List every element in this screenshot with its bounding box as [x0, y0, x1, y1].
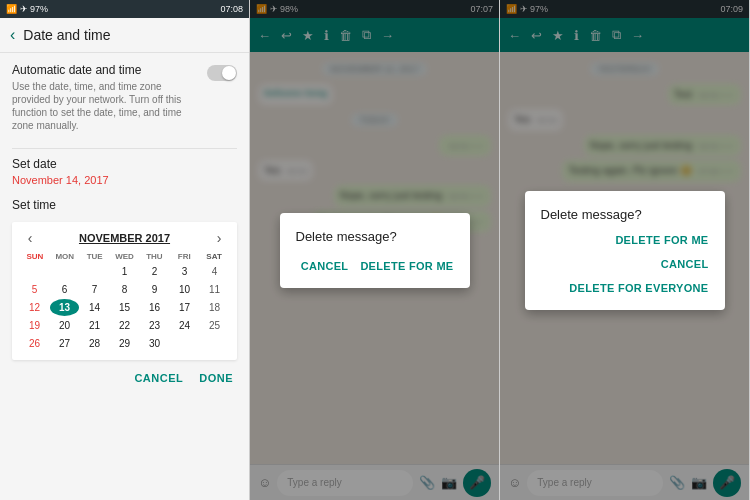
day-name-mon: MON — [50, 252, 80, 261]
cal-day-3[interactable]: 3 — [170, 263, 199, 280]
cal-day-12[interactable]: 12 — [20, 299, 49, 316]
cal-day-empty — [20, 263, 49, 280]
day-name-wed: WED — [110, 252, 140, 261]
day-name-fri: FRI — [169, 252, 199, 261]
cal-day-18[interactable]: 18 — [200, 299, 229, 316]
auto-datetime-text: Automatic date and time Use the date, ti… — [12, 63, 199, 136]
cal-day-29[interactable]: 29 — [110, 335, 139, 352]
cal-day-9[interactable]: 9 — [140, 281, 169, 298]
dialog-overlay-2: Delete message? CANCEL DELETE FOR ME — [250, 0, 499, 500]
cal-day-16[interactable]: 16 — [140, 299, 169, 316]
cal-day-2[interactable]: 2 — [140, 263, 169, 280]
cal-day-empty — [200, 335, 229, 352]
cal-day-6[interactable]: 6 — [50, 281, 79, 298]
dialog-actions-3: DELETE FOR ME CANCEL DELETE FOR EVERYONE — [541, 234, 709, 294]
chat-panel-2: 📶 ✈ 98% 07:07 ← ↩ ★ ℹ 🗑 ⧉ → NOVEMBER 12,… — [250, 0, 500, 500]
datetime-content: Automatic date and time Use the date, ti… — [0, 53, 249, 500]
cal-day-7[interactable]: 7 — [80, 281, 109, 298]
cal-day-20[interactable]: 20 — [50, 317, 79, 334]
page-title: Date and time — [23, 27, 110, 43]
delete-dialog-3: Delete message? DELETE FOR ME CANCEL DEL… — [525, 191, 725, 310]
cal-day-5[interactable]: 5 — [20, 281, 49, 298]
cal-day-empty — [170, 335, 199, 352]
cancel-button[interactable]: CANCEL — [134, 372, 183, 384]
cal-month-label: NOVEMBER 2017 — [79, 232, 170, 244]
cal-day-11[interactable]: 11 — [200, 281, 229, 298]
cal-day-30[interactable]: 30 — [140, 335, 169, 352]
cal-day-empty — [80, 263, 109, 280]
set-date-value: November 14, 2017 — [12, 174, 237, 186]
day-name-tue: TUE — [80, 252, 110, 261]
dialog-delete-for-me-btn-3[interactable]: DELETE FOR ME — [541, 234, 709, 246]
chat-panel-3: 📶 ✈ 97% 07:09 ← ↩ ★ ℹ 🗑 ⧉ → YESTERDAY Te… — [500, 0, 750, 500]
calendar-day-names: SUN MON TUE WED THU FRI SAT — [20, 252, 229, 261]
cal-day-24[interactable]: 24 — [170, 317, 199, 334]
calendar-header: ‹ NOVEMBER 2017 › — [20, 230, 229, 246]
dialog-overlay-3: Delete message? DELETE FOR ME CANCEL DEL… — [500, 0, 749, 500]
status-time-1: 07:08 — [220, 4, 243, 14]
cal-day-15[interactable]: 15 — [110, 299, 139, 316]
cal-day-4[interactable]: 4 — [200, 263, 229, 280]
datetime-header: ‹ Date and time — [0, 18, 249, 53]
cal-day-8[interactable]: 8 — [110, 281, 139, 298]
cal-day-empty — [50, 263, 79, 280]
status-left: 📶 ✈ 97% — [6, 4, 48, 14]
auto-datetime-toggle[interactable] — [207, 65, 237, 81]
auto-datetime-title: Automatic date and time — [12, 63, 199, 77]
cal-next-icon[interactable]: › — [209, 230, 229, 246]
cal-day-1[interactable]: 1 — [110, 263, 139, 280]
done-button[interactable]: DONE — [199, 372, 233, 384]
calendar-actions: CANCEL DONE — [12, 372, 237, 384]
dialog-delete-for-everyone-btn-3[interactable]: DELETE FOR EVERYONE — [541, 282, 709, 294]
dialog-cancel-btn-3[interactable]: CANCEL — [541, 258, 709, 270]
delete-dialog-2: Delete message? CANCEL DELETE FOR ME — [280, 213, 470, 288]
dialog-actions-2: CANCEL DELETE FOR ME — [296, 260, 454, 272]
cal-day-21[interactable]: 21 — [80, 317, 109, 334]
cal-day-28[interactable]: 28 — [80, 335, 109, 352]
cal-day-10[interactable]: 10 — [170, 281, 199, 298]
day-name-sun: SUN — [20, 252, 50, 261]
set-date-label: Set date — [12, 157, 237, 171]
datetime-panel: 📶 ✈ 97% 07:08 ‹ Date and time Automatic … — [0, 0, 250, 500]
day-name-sat: SAT — [199, 252, 229, 261]
cal-day-19[interactable]: 19 — [20, 317, 49, 334]
cal-day-17[interactable]: 17 — [170, 299, 199, 316]
dialog-title-2: Delete message? — [296, 229, 454, 244]
cal-day-14[interactable]: 14 — [80, 299, 109, 316]
cal-day-22[interactable]: 22 — [110, 317, 139, 334]
day-name-thu: THU — [139, 252, 169, 261]
status-bar-1: 📶 ✈ 97% 07:08 — [0, 0, 249, 18]
calendar: ‹ NOVEMBER 2017 › SUN MON TUE WED THU FR… — [12, 222, 237, 360]
calendar-grid: 1234567891011121314151617181920212223242… — [20, 263, 229, 352]
cal-prev-icon[interactable]: ‹ — [20, 230, 40, 246]
cal-day-27[interactable]: 27 — [50, 335, 79, 352]
cal-day-26[interactable]: 26 — [20, 335, 49, 352]
set-time-label: Set time — [12, 198, 237, 212]
back-icon[interactable]: ‹ — [10, 26, 15, 44]
cal-day-23[interactable]: 23 — [140, 317, 169, 334]
cal-day-13[interactable]: 13 — [50, 299, 79, 316]
dialog-cancel-btn-2[interactable]: CANCEL — [301, 260, 349, 272]
dialog-title-3: Delete message? — [541, 207, 709, 222]
auto-datetime-row: Automatic date and time Use the date, ti… — [12, 63, 237, 136]
cal-day-25[interactable]: 25 — [200, 317, 229, 334]
dialog-delete-for-me-btn-2[interactable]: DELETE FOR ME — [360, 260, 453, 272]
auto-datetime-desc: Use the date, time, and time zone provid… — [12, 80, 199, 132]
